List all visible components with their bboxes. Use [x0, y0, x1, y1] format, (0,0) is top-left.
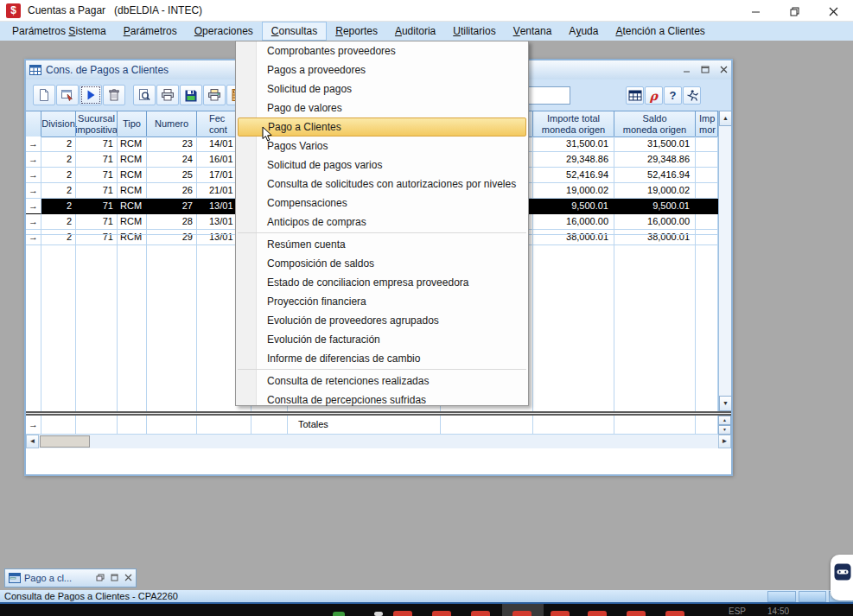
taskbar-icon[interactable] [393, 611, 412, 616]
remote-control-tab[interactable] [831, 555, 853, 600]
taskbar-icon[interactable] [627, 611, 646, 616]
menu-ventana[interactable]: Ventana [505, 22, 561, 41]
new-document-icon [37, 88, 51, 102]
menu-item-composicion-de-saldos[interactable]: Composición de saldos [236, 254, 528, 273]
menu-item-evolucion-proveedores[interactable]: Evolución de proveedores agrupados [236, 311, 528, 330]
scroll-right-arrow[interactable]: ► [718, 435, 731, 448]
save-floppy-icon [184, 88, 198, 102]
menu-item-pago-de-valores[interactable]: Pago de valores [236, 98, 528, 117]
totals-row-marker: → [26, 416, 41, 435]
export-printer-icon [207, 88, 221, 102]
scrollbar-thumb[interactable] [40, 435, 90, 448]
menu-item-estado-conciliacion[interactable]: Estado de conciliacion empresa proveedor… [236, 273, 528, 292]
statusbar-panel [767, 591, 796, 602]
row-marker: → [26, 183, 41, 199]
grid-window-icon [29, 65, 41, 75]
menu-item-pago-a-clientes[interactable]: Pago a Clientes [238, 117, 526, 137]
min-close-button[interactable] [124, 574, 132, 583]
new-button[interactable] [33, 85, 55, 105]
taskbar-icon[interactable] [551, 611, 570, 616]
minimize-icon [751, 7, 761, 16]
statusbar: Consulta de Pagos a Clientes - CPA2260 [0, 590, 853, 604]
header-numero[interactable]: Numero [147, 111, 197, 137]
minimized-pago-window[interactable]: Pago a cl... [4, 568, 137, 587]
table-button[interactable] [626, 86, 644, 105]
print-button[interactable] [156, 85, 179, 105]
header-saldo[interactable]: Saldomoneda origen [614, 111, 696, 137]
menu-item-evolucion-facturacion[interactable]: Evolución de facturación [236, 330, 528, 349]
header-selector [26, 111, 41, 137]
preview-icon [137, 88, 151, 102]
menu-item-anticipos-de-compras[interactable]: Anticipos de compras [236, 213, 528, 232]
taskbar-icon[interactable] [432, 611, 451, 616]
menubar: Parámetros Sistema Parámetros Operacione… [0, 22, 853, 41]
horizontal-scrollbar[interactable]: ◄ ► [26, 435, 731, 448]
windows-taskbar[interactable]: ESP 14:50 [0, 604, 853, 616]
child-close-button[interactable] [720, 64, 728, 76]
header-tipo[interactable]: Tipo [118, 111, 147, 137]
delete-button[interactable] [103, 85, 125, 105]
close-button[interactable] [814, 0, 853, 22]
min-maximize-button[interactable] [111, 574, 118, 583]
taskbar-language[interactable]: ESP [729, 606, 746, 616]
maximize-button[interactable] [775, 0, 814, 22]
menu-item-comprobantes-proveedores[interactable]: Comprobantes proveedores [236, 41, 528, 60]
menu-ayuda[interactable]: Ayuda [560, 22, 607, 41]
child-restore-button[interactable] [701, 64, 710, 76]
menu-item-consulta-retenciones[interactable]: Consulta de retenciones realizadas [236, 372, 528, 391]
save-button[interactable] [180, 85, 202, 105]
header-sucursal[interactable]: Sucursalimpositiva [76, 111, 118, 137]
scroll-down-arrow[interactable]: ▼ [719, 396, 732, 411]
exit-button[interactable] [683, 86, 701, 105]
menu-consultas[interactable]: Consultas [262, 22, 327, 41]
taskbar-clock[interactable]: 14:50 [767, 606, 789, 616]
min-restore-button[interactable] [96, 574, 105, 583]
taskbar-icon[interactable] [471, 611, 490, 616]
scroll-left-arrow[interactable]: ◄ [26, 435, 39, 448]
menu-utilitarios[interactable]: Utilitarios [444, 22, 504, 41]
minimize-button[interactable] [736, 0, 775, 22]
spinner-up-icon[interactable]: ▲ [718, 416, 731, 425]
menu-item-pagos-varios[interactable]: Pagos Varios [236, 137, 528, 156]
main-titlebar: $ Cuentas a Pagar (dbELDIA - INTEC) [0, 0, 853, 22]
menu-item-proyeccion-financiera[interactable]: Proyección financiera [236, 292, 528, 311]
preview-button[interactable] [133, 85, 156, 105]
menu-item-compensaciones[interactable]: Compensaciones [236, 194, 528, 213]
chart-button[interactable]: ρ [645, 86, 663, 105]
vertical-scrollbar[interactable]: ▲ ▼ [718, 111, 731, 411]
run-icon [84, 88, 98, 102]
row-marker: → [26, 168, 41, 183]
menu-operaciones[interactable]: Operaciones [186, 22, 262, 41]
spinner-down-icon[interactable]: ▼ [718, 425, 731, 435]
taskbar-icon[interactable] [588, 611, 607, 616]
scroll-up-arrow[interactable]: ▲ [719, 111, 732, 126]
header-importe-total[interactable]: Importe totalmoneda origen [533, 111, 614, 137]
run-button[interactable] [80, 85, 102, 105]
menu-reportes[interactable]: Reportes [327, 22, 386, 41]
menu-auditoria[interactable]: Auditoria [386, 22, 444, 41]
row-marker: → [26, 152, 41, 168]
menu-item-consulta-solicitudes-autorizaciones[interactable]: Consulta de solicitudes con autorizacion… [236, 175, 528, 194]
export-print-button[interactable] [203, 85, 226, 105]
child-minimize-button[interactable] [683, 64, 691, 76]
menu-item-solicitud-de-pagos[interactable]: Solicitud de pagos [236, 79, 528, 98]
menu-item-consulta-percepciones[interactable]: Consulta de percepciones sufridas [236, 391, 528, 410]
totals-spinner[interactable]: ▲ ▼ [718, 416, 731, 435]
taskbar-icon[interactable] [374, 612, 383, 616]
menu-item-pagos-a-proveedores[interactable]: Pagos a proveedores [236, 60, 528, 79]
menu-parametros-sistema[interactable]: Parámetros Sistema [3, 22, 115, 41]
header-division[interactable]: Division [41, 111, 76, 137]
row-marker: → [26, 199, 41, 214]
menu-parametros[interactable]: Parámetros [115, 22, 186, 41]
header-imp-partial[interactable]: Impmor [696, 111, 718, 137]
help-button[interactable]: ? [664, 86, 682, 105]
menu-item-solicitud-de-pagos-varios[interactable]: Solicitud de pagos varios [236, 156, 528, 175]
taskbar-icon[interactable] [512, 611, 532, 616]
menu-atencion-clientes[interactable]: Atención a Clientes [607, 22, 713, 41]
taskbar-icon[interactable] [665, 611, 684, 616]
minimized-window-buttons [96, 574, 132, 583]
taskbar-icon[interactable] [333, 612, 345, 616]
menu-item-resumen-cuenta[interactable]: Resúmen cuenta [236, 235, 528, 254]
menu-item-informe-diferencias-cambio[interactable]: Informe de diferencias de cambio [236, 349, 528, 368]
open-form-button[interactable] [56, 85, 79, 105]
